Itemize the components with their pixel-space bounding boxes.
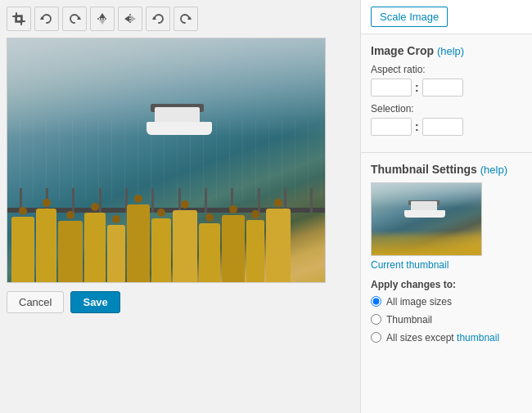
aspect-ratio-y-input[interactable] bbox=[422, 79, 463, 97]
thumbnail-settings-title: Thumbnail Settings (help) bbox=[371, 163, 522, 176]
save-button[interactable]: Save bbox=[70, 291, 119, 313]
crop-tool[interactable] bbox=[7, 7, 31, 31]
scale-image-tab: Scale Image bbox=[361, 0, 532, 34]
aspect-ratio-label: Aspect ratio: bbox=[371, 64, 522, 75]
svg-marker-9 bbox=[99, 20, 106, 25]
left-panel: Cancel Save bbox=[0, 0, 360, 413]
rotate-right-tool[interactable] bbox=[62, 7, 87, 31]
selection-label: Selection: bbox=[371, 103, 522, 114]
selection-x-input[interactable] bbox=[371, 118, 412, 136]
image-crop-title: Image Crop (help) bbox=[371, 44, 522, 57]
toolbar bbox=[7, 7, 354, 31]
svg-marker-8 bbox=[99, 13, 106, 18]
boat bbox=[138, 104, 220, 135]
radio-thumbnail-label: Thumbnail bbox=[386, 313, 432, 327]
radio-all-sizes[interactable]: All image sizes bbox=[371, 295, 522, 309]
radio-all-sizes-input[interactable] bbox=[371, 296, 381, 307]
apply-changes-options: All image sizes Thumbnail All sizes exce… bbox=[371, 295, 522, 344]
flip-vertical-tool[interactable] bbox=[90, 7, 115, 31]
right-panel: Scale Image Image Crop (help) Aspect rat… bbox=[360, 0, 532, 413]
current-thumbnail-label: Current thumbnail bbox=[371, 259, 522, 271]
except-thumbnail-text: thumbnail bbox=[457, 332, 499, 343]
scale-image-button[interactable]: Scale Image bbox=[371, 7, 448, 27]
thumbnail-preview bbox=[371, 182, 482, 256]
actions: Cancel Save bbox=[7, 291, 354, 313]
cancel-button[interactable]: Cancel bbox=[7, 291, 64, 313]
svg-marker-12 bbox=[131, 16, 136, 22]
radio-thumbnail-input[interactable] bbox=[371, 314, 381, 325]
radio-all-except-label: All sizes except thumbnail bbox=[386, 331, 499, 345]
flip-horizontal-tool[interactable] bbox=[118, 7, 142, 31]
aspect-ratio-row: : bbox=[371, 79, 522, 97]
image-crop-help[interactable]: (help) bbox=[437, 45, 464, 57]
image-crop-section: Image Crop (help) Aspect ratio: : Select… bbox=[361, 34, 532, 153]
selection-colon: : bbox=[415, 120, 419, 133]
redo-tool[interactable] bbox=[174, 7, 198, 31]
aspect-ratio-x-input[interactable] bbox=[371, 79, 412, 97]
image-canvas bbox=[7, 38, 326, 283]
selection-y-input[interactable] bbox=[422, 118, 463, 136]
thumb-boat bbox=[404, 200, 449, 218]
thumbnail-settings-help[interactable]: (help) bbox=[480, 164, 507, 176]
radio-all-except[interactable]: All sizes except thumbnail bbox=[371, 331, 522, 345]
undo-tool[interactable] bbox=[146, 7, 170, 31]
rotate-left-tool[interactable] bbox=[34, 7, 59, 31]
people bbox=[7, 192, 325, 282]
radio-all-except-input[interactable] bbox=[371, 332, 381, 343]
apply-changes-label: Apply changes to: bbox=[371, 279, 522, 290]
aspect-ratio-colon: : bbox=[415, 81, 419, 94]
svg-marker-11 bbox=[124, 16, 129, 22]
radio-thumbnail[interactable]: Thumbnail bbox=[371, 313, 522, 327]
thumbnail-settings-section: Thumbnail Settings (help) Current thumbn… bbox=[361, 153, 532, 354]
selection-row: : bbox=[371, 118, 522, 136]
radio-all-sizes-label: All image sizes bbox=[386, 295, 452, 309]
